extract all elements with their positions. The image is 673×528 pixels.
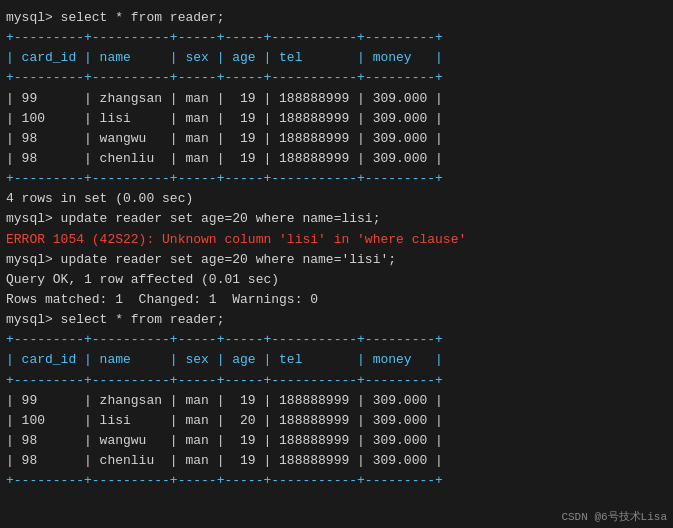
- terminal-line-l20: | card_id | name | sex | age | tel | mon…: [6, 350, 667, 370]
- terminal-line-l14: mysql> update reader set age=20 where na…: [6, 250, 667, 270]
- terminal-line-l3: | card_id | name | sex | age | tel | mon…: [6, 48, 667, 68]
- terminal-line-l25: | 98 | chenliu | man | 19 | 188888999 | …: [6, 451, 667, 471]
- terminal: mysql> select * from reader;+---------+-…: [0, 0, 673, 528]
- terminal-line-l26: +---------+----------+-----+-----+------…: [6, 471, 667, 491]
- terminal-line-l19: +---------+----------+-----+-----+------…: [6, 330, 667, 350]
- terminal-line-l8: | 98 | chenliu | man | 19 | 188888999 | …: [6, 149, 667, 169]
- terminal-line-l1: mysql> select * from reader;: [6, 8, 667, 28]
- terminal-line-l18: mysql> select * from reader;: [6, 310, 667, 330]
- terminal-line-l24: | 98 | wangwu | man | 19 | 188888999 | 3…: [6, 431, 667, 451]
- terminal-line-l21: +---------+----------+-----+-----+------…: [6, 371, 667, 391]
- terminal-line-l9: +---------+----------+-----+-----+------…: [6, 169, 667, 189]
- terminal-line-l15: Query OK, 1 row affected (0.01 sec): [6, 270, 667, 290]
- terminal-line-l13: ERROR 1054 (42S22): Unknown column 'lisi…: [6, 230, 667, 250]
- terminal-line-l6: | 100 | lisi | man | 19 | 188888999 | 30…: [6, 109, 667, 129]
- terminal-line-l10: 4 rows in set (0.00 sec): [6, 189, 667, 209]
- terminal-line-l12: mysql> update reader set age=20 where na…: [6, 209, 667, 229]
- terminal-line-l22: | 99 | zhangsan | man | 19 | 188888999 |…: [6, 391, 667, 411]
- terminal-line-l7: | 98 | wangwu | man | 19 | 188888999 | 3…: [6, 129, 667, 149]
- terminal-line-l2: +---------+----------+-----+-----+------…: [6, 28, 667, 48]
- terminal-line-l5: | 99 | zhangsan | man | 19 | 188888999 |…: [6, 89, 667, 109]
- terminal-line-l16: Rows matched: 1 Changed: 1 Warnings: 0: [6, 290, 667, 310]
- terminal-line-l4: +---------+----------+-----+-----+------…: [6, 68, 667, 88]
- terminal-line-l23: | 100 | lisi | man | 20 | 188888999 | 30…: [6, 411, 667, 431]
- watermark: CSDN @6号技术Lisa: [561, 509, 667, 524]
